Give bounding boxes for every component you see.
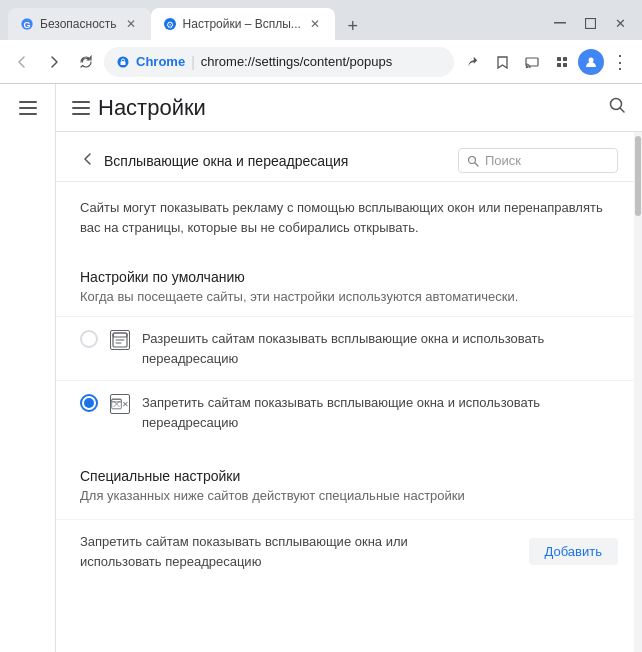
tab-security-title: Безопасность — [40, 17, 117, 31]
reload-button[interactable] — [72, 48, 100, 76]
block-option-icon — [110, 394, 130, 414]
block-option-text: Запретить сайтам показывать всплывающие … — [142, 393, 618, 432]
allow-option-icon — [110, 330, 130, 350]
address-bar-input[interactable]: Chrome | chrome://settings/content/popup… — [104, 47, 454, 77]
address-bar: Chrome | chrome://settings/content/popup… — [0, 40, 642, 84]
back-button[interactable] — [8, 48, 36, 76]
default-settings-label: Настройки по умолчанию — [56, 253, 642, 289]
browser-frame: G Безопасность ✕ ⚙ Настройки – Всплы... … — [0, 0, 642, 652]
block-radio[interactable] — [80, 394, 98, 412]
svg-rect-14 — [563, 63, 567, 67]
svg-rect-4 — [554, 22, 566, 24]
allow-radio[interactable] — [80, 330, 98, 348]
content-header: Настройки — [56, 84, 642, 132]
header-search-button[interactable] — [608, 96, 626, 119]
bookmark-button[interactable] — [488, 48, 516, 76]
address-url: chrome://settings/content/popups — [201, 54, 442, 69]
svg-point-25 — [469, 156, 476, 163]
block-sites-row: Запретить сайтам показывать всплывающие … — [56, 519, 642, 583]
section-search-placeholder: Поиск — [485, 153, 521, 168]
tab-security-favicon: G — [20, 17, 34, 31]
header-menu-icon — [72, 101, 90, 115]
tab-security[interactable]: G Безопасность ✕ — [8, 8, 151, 40]
svg-rect-12 — [563, 57, 567, 61]
new-tab-button[interactable]: + — [339, 12, 367, 40]
svg-rect-5 — [585, 18, 595, 28]
svg-rect-13 — [557, 63, 561, 67]
svg-rect-19 — [19, 113, 37, 115]
tab-settings-close[interactable]: ✕ — [307, 16, 323, 32]
special-settings-section: Специальные настройки Для указанных ниже… — [56, 452, 642, 519]
svg-rect-20 — [72, 101, 90, 103]
lock-icon — [116, 55, 130, 69]
maximize-button[interactable] — [576, 12, 604, 34]
tab-settings-favicon: ⚙ — [163, 17, 177, 31]
browser-menu-button[interactable]: ⋮ — [606, 48, 634, 76]
tab-settings-title: Настройки – Всплы... — [183, 17, 301, 31]
block-option[interactable]: Запретить сайтам показывать всплывающие … — [56, 380, 642, 444]
svg-rect-30 — [112, 399, 122, 402]
tab-security-close[interactable]: ✕ — [123, 16, 139, 32]
share-button[interactable] — [458, 48, 486, 76]
section-search-field[interactable]: Поиск — [458, 148, 618, 173]
forward-button[interactable] — [40, 48, 68, 76]
tab-bar: G Безопасность ✕ ⚙ Настройки – Всплы... … — [0, 0, 642, 40]
page-area: Настройки Всплывающие окна и переадресац… — [0, 84, 642, 652]
add-button[interactable]: Добавить — [529, 538, 618, 565]
extensions-button[interactable] — [548, 48, 576, 76]
special-settings-label: Специальные настройки — [56, 452, 642, 488]
page-description: Сайты могут показывать рекламу с помощью… — [56, 182, 642, 253]
svg-rect-17 — [19, 101, 37, 103]
svg-rect-22 — [72, 113, 90, 115]
address-actions: ⋮ — [458, 48, 634, 76]
svg-rect-21 — [72, 107, 90, 109]
default-settings-desc: Когда вы посещаете сайты, эти настройки … — [56, 289, 642, 316]
svg-rect-11 — [557, 57, 561, 61]
sidebar — [0, 84, 56, 652]
svg-rect-18 — [19, 107, 37, 109]
svg-text:⚙: ⚙ — [166, 20, 174, 30]
svg-point-10 — [526, 66, 528, 68]
svg-point-16 — [589, 57, 594, 62]
cast-button[interactable] — [518, 48, 546, 76]
sidebar-menu-button[interactable] — [0, 84, 56, 132]
special-settings-desc: Для указанных ниже сайтов действуют спец… — [56, 488, 642, 519]
scrollbar-thumb[interactable] — [635, 136, 641, 216]
scrollbar-track[interactable] — [634, 132, 642, 652]
close-window-button[interactable]: ✕ — [606, 12, 634, 34]
address-separator: | — [191, 54, 195, 70]
chrome-label: Chrome — [136, 54, 185, 69]
back-to-settings-button[interactable] — [80, 151, 96, 171]
content-scroll[interactable]: Всплывающие окна и переадресация Поиск С… — [56, 132, 642, 652]
tab-settings[interactable]: ⚙ Настройки – Всплы... ✕ — [151, 8, 335, 40]
minimize-button[interactable] — [546, 12, 574, 34]
allow-option-text: Разрешить сайтам показывать всплывающие … — [142, 329, 618, 368]
svg-rect-8 — [121, 61, 126, 65]
svg-text:G: G — [23, 20, 30, 30]
page-title: Настройки — [98, 95, 206, 121]
svg-line-26 — [475, 163, 478, 166]
svg-rect-28 — [113, 333, 127, 337]
main-content: Настройки Всплывающие окна и переадресац… — [56, 84, 642, 652]
section-search-icon — [467, 155, 479, 167]
profile-button[interactable] — [578, 49, 604, 75]
block-sites-text: Запретить сайтам показывать всплывающие … — [80, 532, 460, 571]
svg-line-24 — [620, 108, 624, 112]
allow-option[interactable]: Разрешить сайтам показывать всплывающие … — [56, 316, 642, 380]
window-controls: ✕ — [546, 12, 634, 40]
section-heading: Всплывающие окна и переадресация — [104, 153, 450, 169]
back-navigation: Всплывающие окна и переадресация Поиск — [56, 132, 642, 182]
